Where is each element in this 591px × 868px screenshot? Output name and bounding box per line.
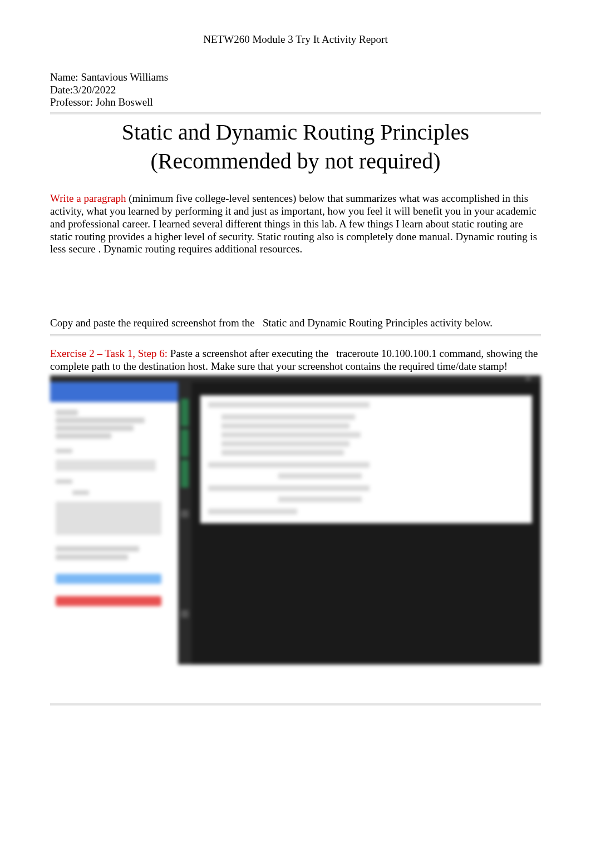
divider [50, 703, 541, 706]
panel-header [50, 382, 178, 402]
strip-button [181, 610, 189, 618]
name-line: Name: Santavious Williams [50, 71, 541, 84]
professor-line: Professor: John Boswell [50, 96, 541, 109]
exercise-prompt: Exercise 2 – Task 1, Step 6: Paste a scr… [50, 348, 541, 373]
exercise-label: Exercise 2 – Task 1, Step 6: [50, 348, 168, 359]
window-titlebar [50, 375, 541, 382]
embedded-screenshot [50, 375, 541, 664]
screenshot-instruction: Copy and paste the required screenshot f… [50, 317, 541, 330]
divider [50, 334, 541, 336]
terminal-line [221, 441, 349, 447]
panel-block [56, 502, 161, 535]
terminal-line [208, 485, 370, 491]
vm-tab [181, 429, 189, 457]
panel-text [56, 418, 145, 423]
panel-text [72, 490, 89, 495]
terminal-line [208, 462, 370, 468]
panel-text [56, 410, 78, 415]
panel-field [56, 460, 156, 471]
main-title: Static and Dynamic Routing Principles (R… [50, 118, 541, 176]
summary-paragraph: Write a paragraph (minimum five college-… [50, 192, 541, 256]
terminal-output [200, 395, 532, 523]
panel-text [56, 554, 128, 560]
terminal-line [221, 423, 349, 429]
write-paragraph-prompt: Write a paragraph [50, 192, 126, 204]
panel-text [56, 425, 134, 431]
lab-left-panel [50, 382, 178, 664]
date-line: Date:3/20/2022 [50, 84, 541, 97]
exercise-text-before: Paste a screenshot after executing the [168, 348, 331, 359]
terminal-line [208, 402, 370, 408]
panel-blue-button [56, 574, 161, 584]
traceroute-command: traceroute 10.100.100.1 [336, 348, 436, 359]
vm-tab [181, 399, 189, 426]
panel-text [56, 449, 72, 453]
terminal-line [221, 432, 361, 438]
report-header-title: NETW260 Module 3 Try It Activity Report [50, 33, 541, 46]
vm-tab [181, 460, 189, 488]
instruction-prefix: Copy and paste the required screenshot f… [50, 317, 258, 329]
panel-text [56, 433, 111, 439]
panel-text [56, 479, 72, 484]
terminal-line [221, 414, 355, 420]
terminal-line [278, 497, 362, 502]
terminal-panel [191, 382, 541, 664]
terminal-line [221, 450, 344, 455]
strip-button [181, 510, 189, 518]
divider [50, 112, 541, 115]
panel-red-button [56, 596, 161, 606]
instruction-suffix: activity below. [428, 317, 493, 329]
panel-text [56, 546, 139, 552]
terminal-line [208, 509, 297, 514]
vm-tab-strip [178, 382, 191, 664]
window-control-icon [525, 376, 531, 381]
meta-info-block: Name: Santavious Williams Date:3/20/2022… [50, 71, 541, 109]
activity-name: Static and Dynamic Routing Principles [263, 317, 428, 329]
terminal-line [278, 473, 362, 479]
